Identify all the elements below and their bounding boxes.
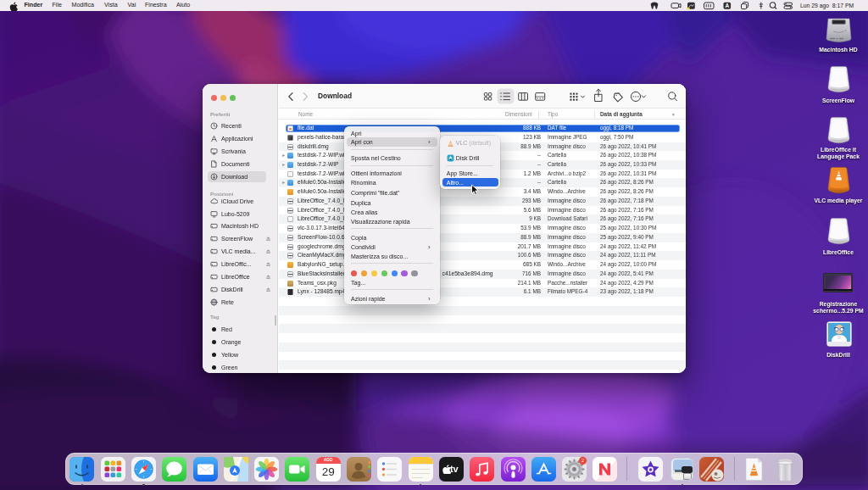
- svg-text:A: A: [725, 3, 729, 8]
- svg-text:2: 2: [581, 458, 584, 463]
